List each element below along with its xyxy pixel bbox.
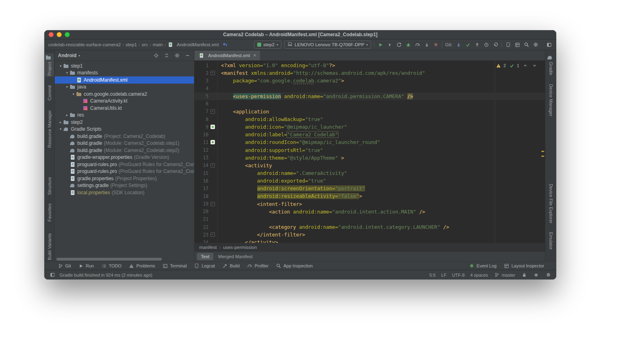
git-branch-widget[interactable]: master [493,272,515,278]
code-line-20[interactable]: 20 <action android:name="android.intent.… [194,208,545,216]
run-button[interactable] [377,41,384,48]
minimize-window-button[interactable] [57,32,62,37]
close-window-button[interactable] [49,32,54,37]
tree-item-androidmanifest-xml[interactable]: AndroidManifest.xml [55,76,194,84]
toolwindow-button-layout-inspector[interactable]: Layout Inspector [504,263,544,269]
code-line-17[interactable]: 17 android:screenOrientation="portrait" [194,185,545,192]
locate-button[interactable] [153,52,159,59]
chevron-right-icon[interactable]: ▸ [58,120,63,124]
error-stripe-mark[interactable] [541,151,544,152]
chevron-down-icon[interactable]: ▾ [58,64,63,68]
run-config-select[interactable]: step2▾ [254,41,281,49]
code-line-8[interactable]: 8 android:allowBackup="true" [194,115,545,123]
history-button[interactable] [483,41,489,48]
code-editor[interactable]: 1<?xml version="1.0" encoding="utf-8"?>2… [194,61,545,243]
chevron-down-icon[interactable]: ▾ [71,92,76,96]
apply-code-changes-button[interactable] [396,41,402,48]
notification-dot-icon[interactable] [533,272,539,278]
horizontal-scrollbar[interactable] [56,258,162,261]
tool-stripe-favorites[interactable]: Favorites [46,202,53,223]
device-select[interactable]: LENOVO Lenovo TB-Q706F-DPP▾ [284,41,371,49]
tool-stripe-device-file-explorer[interactable]: Device File Explorer [548,183,554,224]
toolwindow-button-build[interactable]: Build [222,263,239,269]
tool-stripe-structure[interactable]: Structure [46,176,53,196]
search-everywhere-button[interactable] [523,41,530,48]
tree-item-settings-gradle[interactable]: settings.gradle(Project Settings) [55,182,194,189]
file-encoding[interactable]: UTF-8 [452,273,464,277]
code-line-12[interactable]: 12 android:supportsRtl="true" [194,146,545,154]
code-line-23[interactable]: 23− </intent-filter> [194,231,545,238]
tree-item-camerautils-kt[interactable]: CameraUtils.kt [55,105,194,112]
fold-icon[interactable]: − [211,202,215,206]
toolwindow-toggle-icon[interactable] [49,272,56,278]
tool-stripe-emulator[interactable]: Emulator [548,231,554,251]
code-line-1[interactable]: 1<?xml version="1.0" encoding="utf-8"?> [194,62,545,69]
xml-breadcrumb-uses-permission[interactable]: uses-permission [223,245,257,250]
tree-item-local-properties[interactable]: local.properties(SDK Location) [55,189,194,196]
hide-toolwindow-bars-button[interactable] [546,41,552,48]
apply-changes-button[interactable] [386,41,393,48]
device-manager-button[interactable] [505,41,511,48]
code-line-9[interactable]: 9 android:icon="@mipmap/ic_launcher" [194,123,545,131]
tree-item-build-gradle[interactable]: build.gradle(Module: Camera2_Codelab.ste… [55,140,194,147]
code-line-22[interactable]: 22 <category android:name="android.inten… [194,223,545,231]
tree-item-build-gradle[interactable]: build.gradle(Module: Camera2_Codelab.ste… [55,147,194,154]
tool-stripe-gradle[interactable]: Gradle [546,53,555,76]
fold-icon[interactable]: − [211,71,215,75]
commit-button[interactable] [464,41,471,48]
code-line-5[interactable]: 5 <uses-permission android:name="android… [194,92,545,100]
breadcrumb-item-codelab-resizable-surface-camera2[interactable]: codelab-resizable-surface-camera2 [48,42,121,47]
settings-button[interactable] [533,41,539,48]
fold-icon[interactable]: − [211,109,215,114]
code-line-2[interactable]: 2−<manifest xmlns:android="http://schema… [194,69,545,77]
code-line-7[interactable]: 7− <application [194,108,545,115]
code-line-4[interactable]: 4 [194,84,545,92]
readonly-lock-icon[interactable] [521,272,527,278]
hide-panel-button[interactable] [184,52,191,59]
chevron-down-icon[interactable]: ▾ [64,71,70,75]
indent-style[interactable]: 4 spaces [470,273,488,277]
code-line-10[interactable]: 10 android:label="Camera2 Codelab" [194,131,545,138]
code-line-11[interactable]: 11 android:roundIcon="@mipmap/ic_launche… [194,138,545,146]
tool-stripe-device-manager[interactable]: Device Manager [548,83,554,117]
prev-issue-button[interactable] [522,62,528,69]
update-project-button[interactable] [455,41,462,48]
toolwindow-button-terminal[interactable]: Terminal [162,263,187,269]
code-line-14[interactable]: 14− <activity [194,162,545,169]
toolwindow-button-app-inspection[interactable]: App Inspection [275,263,313,269]
xml-breadcrumb-manifest[interactable]: manifest [199,245,217,250]
tree-item-cameraactivity-kt[interactable]: CameraActivity.kt [55,98,194,105]
feedback-smiley-icon[interactable] [545,272,551,278]
caret-position[interactable]: 5:5 [429,273,436,277]
code-line-15[interactable]: 15 android:name=".CameraActivity" [194,169,545,177]
tree-item-gradle-scripts[interactable]: ▾Gradle Scripts [55,126,194,133]
toolwindow-button-profiler[interactable]: Profiler [246,263,268,269]
code-line-3[interactable]: 3 package="com.google.codelab.camera2"> [194,77,545,84]
breadcrumb-item-step1[interactable]: step1 [126,42,137,47]
toolwindow-button-git[interactable]: Git [57,263,71,269]
inspections-ok-indicator[interactable]: 1 [509,62,519,69]
code-line-6[interactable]: 6 [194,100,545,108]
layout-inspector-button[interactable] [514,41,520,48]
panel-settings-button[interactable] [174,52,180,59]
chevron-down-icon[interactable]: ▾ [64,85,70,89]
chevron-right-icon[interactable]: ▸ [64,113,70,117]
toolwindow-button-run[interactable]: Run [78,263,94,269]
tree-item-com-google-codelab-camera2[interactable]: ▾com.google.codelab.camera2 [55,90,194,98]
collapse-all-button[interactable] [163,52,170,59]
warnings-indicator[interactable]: 2 [495,62,506,69]
chevron-down-icon[interactable]: ▾ [58,127,63,131]
back-arrow-icon[interactable] [222,41,228,48]
stop-button[interactable] [433,41,439,48]
tool-stripe-commit[interactable]: Commit [46,84,53,102]
close-icon[interactable]: × [253,53,256,58]
launcher-icon-preview[interactable] [211,140,215,144]
toolwindow-button-event-log[interactable]: Event Log [469,263,497,269]
breadcrumb-item-main[interactable]: main [153,42,163,47]
code-line-13[interactable]: 13 android:theme="@style/AppTheme" > [194,154,545,162]
tree-item-gradle-wrapper-properties[interactable]: gradle-wrapper.properties(Gradle Version… [55,154,194,161]
tree-item-manifests[interactable]: ▾manifests [55,70,194,77]
line-separator[interactable]: LF [441,273,446,277]
tree-item-proguard-rules-pro[interactable]: proguard-rules.pro(ProGuard Rules for Ca… [55,161,194,168]
tool-stripe-resource-manager[interactable]: Resource Manager [46,109,53,149]
